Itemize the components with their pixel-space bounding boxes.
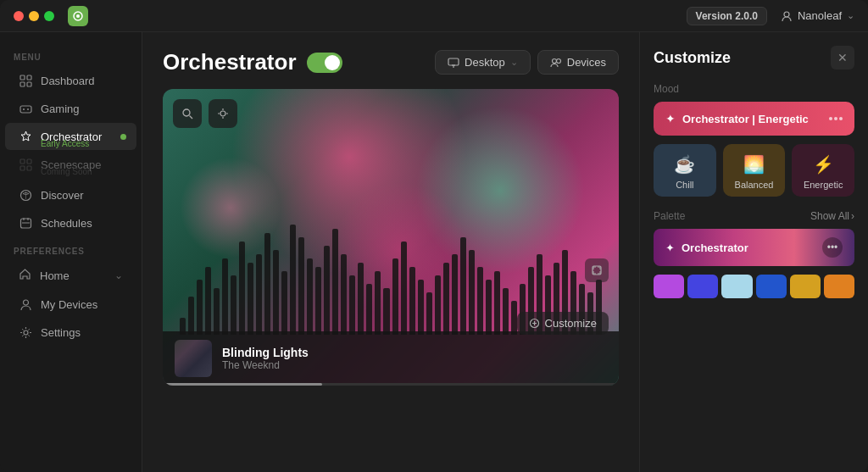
visualizer-toolbar: [173, 99, 237, 128]
active-mood-icon: ✦: [665, 112, 676, 125]
balanced-label: Balanced: [735, 180, 774, 190]
desktop-button[interactable]: Desktop ⌄: [435, 50, 531, 75]
svg-line-29: [190, 116, 193, 119]
palette-section-label: Palette: [654, 210, 685, 222]
mood-card-chill[interactable]: ☕ Chill: [654, 144, 716, 197]
eq-bar: [273, 250, 279, 335]
search-viz-button[interactable]: [173, 99, 202, 128]
eq-bar: [248, 263, 253, 335]
eq-bar: [349, 275, 355, 335]
titlebar-left: [14, 6, 88, 26]
now-playing: Blinding Lights The Weeknd: [163, 331, 619, 386]
track-info: Blinding Lights The Weeknd: [222, 346, 309, 371]
active-mood-label: Orchestrator | Energetic: [682, 113, 822, 125]
active-mood-item[interactable]: ✦ Orchestrator | Energetic: [654, 102, 854, 136]
chill-label: Chill: [676, 180, 693, 190]
eq-bar: [332, 229, 338, 335]
active-palette-item[interactable]: ✦ Orchestrator •••: [654, 229, 854, 266]
sidebar-item-scenescape: Scenescape Coming Soon: [5, 151, 136, 178]
eq-bar: [239, 242, 245, 335]
eq-bar: [486, 280, 492, 335]
eq-bar: [469, 250, 475, 335]
eq-bar: [281, 271, 287, 335]
sidebar-item-discover[interactable]: Discover: [5, 181, 136, 208]
eq-bar: [401, 242, 407, 335]
palette-swatch[interactable]: [824, 275, 854, 298]
user-chevron-icon: ⌄: [847, 10, 854, 21]
sidebar-item-dashboard[interactable]: Dashboard: [5, 67, 136, 94]
eq-bar: [358, 263, 364, 335]
close-panel-button[interactable]: ✕: [831, 46, 854, 69]
energetic-icon: ⚡: [813, 154, 834, 175]
settings-label: Settings: [41, 326, 81, 339]
sidebar-item-settings[interactable]: Settings: [5, 319, 136, 346]
eq-bar: [383, 288, 389, 335]
settings-icon: [19, 325, 32, 339]
svg-point-21: [23, 300, 28, 305]
user-info[interactable]: Nanoleaf ⌄: [781, 9, 854, 22]
sidebar-item-orchestrator[interactable]: Orchestrator Early Access: [5, 123, 136, 150]
svg-rect-11: [20, 159, 25, 164]
dashboard-label: Dashboard: [41, 75, 95, 87]
username-label: Nanoleaf: [798, 9, 842, 22]
minimize-traffic-light[interactable]: [29, 11, 39, 21]
maximize-traffic-light[interactable]: [44, 11, 54, 21]
show-all-label: Show All: [810, 210, 849, 222]
eq-bar: [392, 258, 398, 335]
svg-point-30: [220, 111, 225, 116]
eq-bar: [231, 275, 236, 335]
schedules-label: Schedules: [41, 217, 92, 230]
palette-options-icon: •••: [822, 237, 843, 258]
eq-bar: [222, 258, 228, 335]
palette-swatch[interactable]: [756, 275, 787, 298]
sidebar-item-home[interactable]: Home ⌄: [5, 261, 136, 290]
eq-bar: [290, 225, 296, 335]
palette-header: Palette Show All ›: [654, 210, 854, 222]
mydevices-label: My Devices: [41, 298, 97, 311]
svg-rect-5: [20, 82, 25, 86]
sidebar-item-gaming[interactable]: Gaming: [5, 95, 136, 122]
devices-button[interactable]: Devices: [537, 50, 619, 75]
customize-button[interactable]: Customize: [517, 312, 609, 335]
desktop-label: Desktop: [465, 56, 505, 69]
svg-rect-14: [27, 166, 31, 170]
mood-card-energetic[interactable]: ⚡ Energetic: [792, 144, 854, 197]
svg-point-27: [556, 58, 560, 63]
brightness-viz-button[interactable]: [209, 99, 237, 128]
palette-swatch[interactable]: [790, 275, 821, 298]
mood-card-balanced[interactable]: 🌅 Balanced: [723, 144, 786, 197]
svg-rect-13: [20, 166, 25, 170]
progress-bar: [163, 383, 619, 386]
expand-button[interactable]: [585, 258, 609, 282]
customize-panel: Customize ✕ Mood ✦ Orchestrator | Energe…: [639, 32, 868, 472]
early-access-label: Early Access: [41, 139, 89, 148]
album-art-image: [175, 340, 212, 377]
palette-swatch[interactable]: [687, 275, 718, 298]
eq-bar: [197, 280, 203, 335]
eq-bar: [307, 258, 313, 335]
home-label: Home: [40, 269, 70, 282]
gaming-icon: [19, 102, 32, 115]
svg-point-10: [27, 108, 29, 110]
close-traffic-light[interactable]: [14, 11, 24, 21]
album-art: [175, 340, 212, 377]
eq-bar: [494, 271, 500, 335]
preferences-section-label: PREFERENCES: [0, 247, 142, 256]
orchestrator-toggle[interactable]: [307, 53, 342, 73]
titlebar-right: Version 2.0.0 Nanoleaf ⌄: [687, 7, 854, 25]
gaming-label: Gaming: [41, 103, 80, 115]
eq-bar: [324, 246, 330, 335]
sidebar-item-schedules[interactable]: Schedules: [5, 209, 136, 236]
main-title-group: Orchestrator: [163, 49, 342, 75]
scenescape-icon: [19, 158, 32, 171]
page-title: Orchestrator: [163, 49, 297, 75]
mood-grid: ☕ Chill 🌅 Balanced ⚡ Energetic: [654, 144, 854, 197]
show-all-button[interactable]: Show All ›: [810, 210, 854, 222]
eq-bar: [341, 254, 347, 335]
sidebar-item-mydevices[interactable]: My Devices: [5, 291, 136, 318]
svg-point-1: [76, 14, 80, 18]
app-logo: [68, 6, 88, 26]
palette-swatch[interactable]: [721, 275, 752, 298]
active-dot: [120, 134, 126, 140]
palette-swatch[interactable]: [654, 275, 684, 298]
